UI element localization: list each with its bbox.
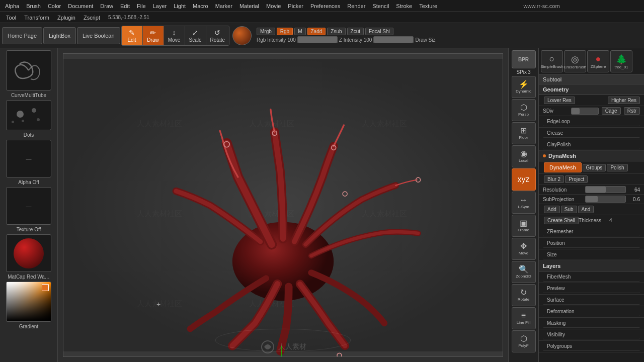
rgb-button[interactable]: Rgb xyxy=(277,28,293,35)
groups-button[interactable]: Groups xyxy=(583,164,606,171)
draw-label: Draw xyxy=(147,37,158,43)
claypolish-button[interactable]: ClayPolish xyxy=(543,140,640,149)
zsub-button[interactable]: Zsub xyxy=(327,28,345,35)
menu-zplugin[interactable]: Zplugin xyxy=(54,14,78,21)
menu-tool[interactable]: Tool xyxy=(3,14,19,21)
geometry-section-header[interactable]: Geometry xyxy=(539,84,644,95)
bpr-button[interactable]: BPR xyxy=(512,50,536,68)
and-button[interactable]: And xyxy=(578,206,594,213)
dynamesh-section-header[interactable]: DynaMesh xyxy=(539,151,644,161)
texture-swatch[interactable]: — xyxy=(6,187,51,225)
menu-stroke[interactable]: Stroke xyxy=(393,2,415,10)
blur-button[interactable]: Blur 2 xyxy=(544,175,564,183)
menu-macro[interactable]: Macro xyxy=(190,2,211,10)
polyf-button[interactable]: ⬡ PolyF xyxy=(512,330,536,352)
rstr-button[interactable]: Rstr xyxy=(624,107,640,115)
live-boolean-button[interactable]: Live Boolean xyxy=(77,27,120,44)
move-button[interactable]: ✥ Move xyxy=(512,238,536,260)
edit-tool-button[interactable]: ✎ Edit xyxy=(122,26,143,45)
menu-draw[interactable]: Draw xyxy=(97,2,116,10)
material-sphere-preview[interactable] xyxy=(232,26,252,45)
rgb-intensity-slider[interactable] xyxy=(297,36,338,43)
menu-light[interactable]: Light xyxy=(171,2,189,10)
preview-button[interactable]: Preview xyxy=(543,284,640,293)
move-tool-button[interactable]: ↕ Move xyxy=(164,26,185,45)
simple-brush-thumb[interactable]: ○ SimpleBrush xyxy=(541,50,563,72)
cage-button[interactable]: Cage xyxy=(602,107,621,115)
local-button[interactable]: ◉ Local xyxy=(512,145,536,167)
tree-thumb[interactable]: 🌲 tree_01 xyxy=(610,50,632,72)
menu-picker[interactable]: Picker xyxy=(285,2,306,10)
fibermesh-button[interactable]: FiberMesh xyxy=(543,273,640,282)
polygroups-button[interactable]: Polygroups xyxy=(543,342,640,351)
menu-movie[interactable]: Movie xyxy=(263,2,284,10)
menu-material[interactable]: Material xyxy=(236,2,262,10)
polish-button[interactable]: Polish xyxy=(607,164,627,171)
lower-res-button[interactable]: Lower Res xyxy=(544,97,575,104)
project-button[interactable]: Project xyxy=(565,175,588,183)
higher-res-button[interactable]: Higher Res xyxy=(608,97,640,104)
visibility-button[interactable]: Visibility xyxy=(543,330,640,339)
focal-shi-button[interactable]: Focal Shi xyxy=(365,28,393,35)
add-button[interactable]: Add xyxy=(544,206,560,213)
dots-area[interactable] xyxy=(6,100,51,130)
menu-edit[interactable]: Edit xyxy=(117,2,133,10)
menu-render[interactable]: Render xyxy=(344,2,368,10)
crease-button[interactable]: Crease xyxy=(543,129,640,138)
rotate-tool-button[interactable]: ↺ Rotate xyxy=(206,26,229,45)
xyz-button[interactable]: xyz xyxy=(512,168,536,191)
menu-marker[interactable]: Marker xyxy=(212,2,235,10)
menu-preferences[interactable]: Preferences xyxy=(307,2,343,10)
frame-button[interactable]: ▣ Frame xyxy=(512,215,536,237)
zcut-button[interactable]: Zcut xyxy=(347,28,364,35)
zsphere-thumb[interactable]: ● ZSphere xyxy=(587,50,609,72)
resolution-slider[interactable] xyxy=(585,186,626,193)
menu-brush[interactable]: Brush xyxy=(23,2,44,10)
center-canvas[interactable]: 人人素材社区 人人素材社区 人人素材社区 人人素材社区 人人素材社区 人人素材社… xyxy=(58,48,508,362)
menu-file[interactable]: File xyxy=(134,2,149,10)
rotate3d-button[interactable]: ↻ Rotate xyxy=(512,284,536,306)
edgeloop-button[interactable]: EdgeLoop xyxy=(543,117,640,126)
zremesher-button[interactable]: ZRemesher xyxy=(543,227,640,236)
menu-layer[interactable]: Layer xyxy=(150,2,170,10)
mrgb-button[interactable]: Mrgb xyxy=(257,28,275,35)
zadd-button[interactable]: Zadd xyxy=(307,28,326,35)
alpha-swatch[interactable]: — xyxy=(6,140,51,177)
masking-button[interactable]: Masking xyxy=(543,319,640,328)
subtool-header[interactable]: Subtool xyxy=(539,75,644,84)
sdiv-slider[interactable] xyxy=(571,108,598,115)
menu-document[interactable]: Document xyxy=(65,2,96,10)
scale-tool-button[interactable]: ⤢ Scale xyxy=(185,26,206,45)
home-page-button[interactable]: Home Page xyxy=(2,27,42,44)
dynamesh-button[interactable]: DynaMesh xyxy=(544,162,582,172)
matcap-preview[interactable] xyxy=(6,234,51,272)
subprojection-slider[interactable] xyxy=(585,196,626,203)
sub-button[interactable]: Sub xyxy=(561,206,577,213)
linefill-button[interactable]: ≡ Line Fill xyxy=(512,307,536,329)
create-shell-button[interactable]: Create Shell xyxy=(544,217,579,224)
menu-transform[interactable]: Transform xyxy=(21,14,52,21)
lightbox-button[interactable]: LightBox xyxy=(43,27,76,44)
menu-stencil[interactable]: Stencil xyxy=(369,2,392,10)
menu-zscript[interactable]: Zscript xyxy=(80,14,103,21)
m-button[interactable]: M xyxy=(294,28,305,35)
position-button[interactable]: Position xyxy=(543,239,640,248)
menu-alpha[interactable]: Alpha xyxy=(2,2,22,10)
persp-button[interactable]: ⬡ Persp xyxy=(512,99,536,121)
z-intensity-slider[interactable] xyxy=(373,36,414,43)
draw-tool-button[interactable]: ✏ Draw xyxy=(143,26,164,45)
surface-button[interactable]: Surface xyxy=(543,296,640,305)
color-picker[interactable] xyxy=(6,282,51,322)
menu-color[interactable]: Color xyxy=(45,2,64,10)
brush-preview[interactable] xyxy=(6,50,51,90)
size-button[interactable]: Size xyxy=(543,250,640,259)
lsym-button[interactable]: ↔ L.Sym xyxy=(512,192,536,214)
menu-texture[interactable]: Texture xyxy=(416,2,440,10)
layers-section-header[interactable]: Layers xyxy=(539,261,644,272)
viewport[interactable]: 人人素材社区 人人素材社区 人人素材社区 人人素材社区 人人素材社区 人人素材社… xyxy=(63,53,503,357)
floor-button[interactable]: ⊞ Floor xyxy=(512,122,536,144)
deformation-button[interactable]: Deformation xyxy=(543,307,640,316)
eraser-brush-thumb[interactable]: ◎ EraserBrush xyxy=(564,50,586,72)
dynamic-button[interactable]: ⚡ Dynamic xyxy=(512,76,536,98)
zoom3d-button[interactable]: 🔍 Zoom3D xyxy=(512,261,536,283)
